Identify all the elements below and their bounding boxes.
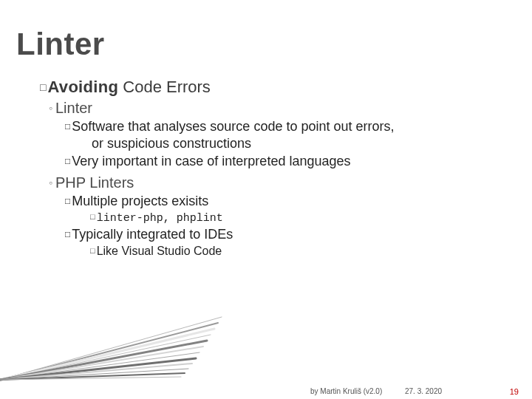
h1-rest: Code Errors bbox=[118, 78, 211, 96]
slide-body: □Avoiding Code Errors ◦Linter □Software … bbox=[40, 78, 502, 258]
square-bullet-icon: □ bbox=[65, 196, 70, 206]
sub-bullet-linter-php: □linter-php, phplint bbox=[90, 211, 502, 225]
sec2-heading: PHP Linters bbox=[55, 174, 134, 191]
heading-level-1: □Avoiding Code Errors bbox=[40, 78, 502, 97]
sec2-b1: Multiple projects exisits bbox=[72, 194, 208, 208]
square-bullet-icon: □ bbox=[65, 229, 70, 239]
subheading-linter: ◦Linter bbox=[49, 100, 502, 117]
sec1-heading: Linter bbox=[55, 100, 92, 116]
square-bullet-icon: □ bbox=[65, 121, 70, 132]
subheading-php-linters: ◦PHP Linters bbox=[49, 174, 502, 191]
sec1-b1b: or suspicious constructions bbox=[92, 135, 502, 152]
ring-bullet-icon: ◦ bbox=[49, 102, 52, 114]
square-bullet-icon: □ bbox=[40, 81, 46, 93]
bullet-typically-integrated: □Typically integrated to IDEs bbox=[65, 226, 502, 243]
sec1-b2: Very important in case of interpreted la… bbox=[72, 154, 350, 168]
sec2-b2s: Like Visual Studio Code bbox=[97, 245, 222, 257]
bullet-software-analyses: □Software that analyses source code to p… bbox=[65, 118, 502, 151]
footer-author: by Martin Kruliš (v2.0) bbox=[310, 387, 382, 395]
sec2-b1s: linter-php, phplint bbox=[97, 212, 223, 225]
square-bullet-icon: □ bbox=[90, 212, 95, 221]
bullet-multiple-projects: □Multiple projects exisits bbox=[65, 193, 502, 210]
slide-title: Linter bbox=[16, 27, 105, 62]
footer-date: 27. 3. 2020 bbox=[405, 387, 442, 395]
square-bullet-icon: □ bbox=[65, 156, 70, 166]
slide: Linter □Avoiding Code Errors ◦Linter □So… bbox=[0, 0, 532, 399]
page-number: 19 bbox=[510, 387, 519, 396]
sub-bullet-vscode: □Like Visual Studio Code bbox=[90, 245, 502, 258]
ring-bullet-icon: ◦ bbox=[49, 177, 52, 188]
bullet-very-important: □Very important in case of interpreted l… bbox=[65, 153, 502, 170]
h1-word1: Avoiding bbox=[47, 78, 118, 96]
decorative-rays-icon bbox=[0, 310, 222, 380]
sec1-b1a: Software that analyses source code to po… bbox=[72, 119, 394, 134]
square-bullet-icon: □ bbox=[90, 246, 95, 255]
sec2-b2: Typically integrated to IDEs bbox=[72, 227, 233, 242]
